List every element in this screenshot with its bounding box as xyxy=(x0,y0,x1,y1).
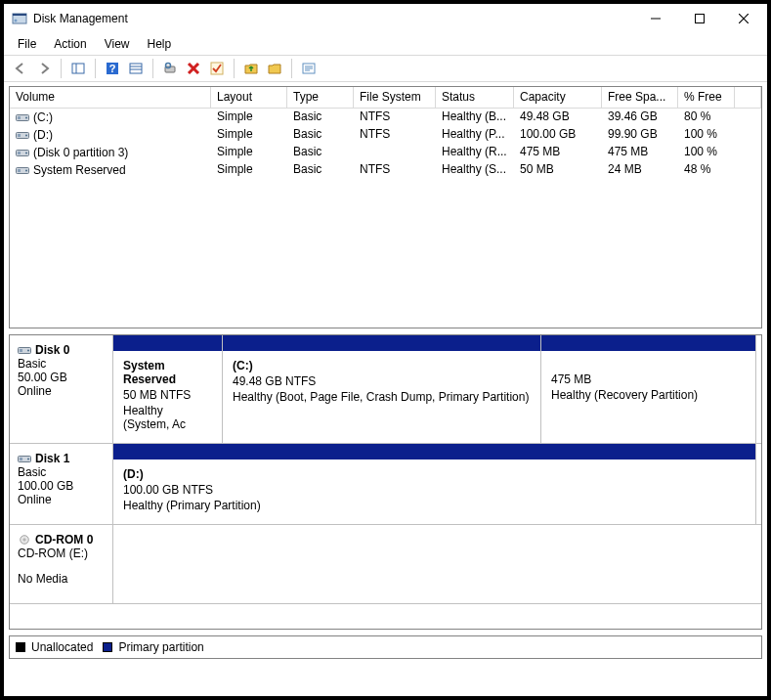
partition-strip xyxy=(223,335,541,351)
disk-size: 100.00 GB xyxy=(18,479,105,493)
partition-box[interactable]: System Reserved50 MB NTFSHealthy (System… xyxy=(113,351,223,443)
partition-health: Healthy (Primary Partition) xyxy=(123,499,746,512)
toolbar-separator xyxy=(95,59,96,78)
partition-info: 50 MB NTFS xyxy=(123,388,212,402)
svg-rect-7 xyxy=(72,64,84,73)
help-button[interactable]: ? xyxy=(102,58,123,79)
disk-type: Basic xyxy=(18,465,105,479)
column-blank[interactable] xyxy=(735,87,761,109)
volume-layout: Simple xyxy=(211,144,287,161)
volume-layout: Simple xyxy=(211,126,287,144)
volume-free: 475 MB xyxy=(602,144,678,161)
partition-strip xyxy=(541,335,756,351)
column-type[interactable]: Type xyxy=(287,87,354,109)
toolbar-separator xyxy=(152,59,153,78)
disk-status: Online xyxy=(18,493,105,506)
refresh-button[interactable] xyxy=(159,58,181,79)
app-icon xyxy=(12,11,27,26)
svg-point-40 xyxy=(27,459,29,460)
column-capacity[interactable]: Capacity xyxy=(514,87,602,109)
disk-info[interactable]: Disk 1Basic100.00 GBOnline xyxy=(10,444,113,524)
volume-type: Basic xyxy=(287,144,354,161)
window-root: Disk Management File Action View Help ? xyxy=(3,3,768,697)
properties-button[interactable] xyxy=(298,58,320,79)
legend-label-unallocated: Unallocated xyxy=(31,640,93,654)
toolbar: ? xyxy=(4,55,767,82)
disk-row: Disk 1Basic100.00 GBOnline(D:)100.00 GB … xyxy=(10,444,761,525)
partition-box[interactable]: (C:)49.48 GB NTFSHealthy (Boot, Page Fil… xyxy=(223,351,541,443)
svg-point-2 xyxy=(15,20,18,22)
volume-layout: Simple xyxy=(211,109,287,126)
svg-rect-11 xyxy=(130,64,142,73)
legend-swatch-unallocated xyxy=(16,642,25,652)
volume-name: System Reserved xyxy=(10,161,211,179)
volume-name: (Disk 0 partition 3) xyxy=(10,144,211,161)
show-hide-tree-button[interactable] xyxy=(67,58,89,79)
volume-free: 39.46 GB xyxy=(602,109,678,126)
svg-rect-39 xyxy=(20,458,22,460)
volume-list-header: Volume Layout Type File System Status Ca… xyxy=(10,87,761,109)
partition-label: System Reserved xyxy=(123,359,212,386)
column-volume[interactable]: Volume xyxy=(10,87,211,109)
partition-info: 49.48 GB NTFS xyxy=(233,374,531,388)
svg-point-31 xyxy=(25,153,27,154)
volume-type: Basic xyxy=(287,161,354,179)
close-button[interactable] xyxy=(721,5,765,32)
volume-row[interactable]: (Disk 0 partition 3)SimpleBasicHealthy (… xyxy=(10,144,761,161)
volume-pctfree: 80 % xyxy=(678,109,735,126)
legend-swatch-primary xyxy=(103,642,112,652)
partition-info: 475 MB xyxy=(551,372,746,386)
minimize-button[interactable] xyxy=(633,5,677,32)
volume-list: Volume Layout Type File System Status Ca… xyxy=(9,86,762,328)
folder-up-button[interactable] xyxy=(240,58,262,79)
menu-view[interactable]: View xyxy=(97,35,138,53)
partition-label: (D:) xyxy=(123,467,746,481)
menubar: File Action View Help xyxy=(4,33,767,55)
volume-status: Healthy (S... xyxy=(436,161,514,179)
disk-type: CD-ROM (E:) xyxy=(18,547,105,560)
maximize-button[interactable] xyxy=(677,5,721,32)
menu-file[interactable]: File xyxy=(10,35,44,53)
volume-row[interactable]: System ReservedSimpleBasicNTFSHealthy (S… xyxy=(10,161,761,179)
disk-info[interactable]: Disk 0Basic50.00 GBOnline xyxy=(10,335,113,443)
folder-button[interactable] xyxy=(264,58,285,79)
titlebar[interactable]: Disk Management xyxy=(4,4,767,33)
column-free[interactable]: Free Spa... xyxy=(602,87,678,109)
disk-name: Disk 1 xyxy=(18,452,105,465)
disk-name: CD-ROM 0 xyxy=(18,533,105,547)
column-filesystem[interactable]: File System xyxy=(354,87,436,109)
window-buttons xyxy=(633,5,765,32)
volume-capacity: 100.00 GB xyxy=(514,126,602,144)
partition-box[interactable]: 475 MBHealthy (Recovery Partition) xyxy=(541,351,756,443)
back-button[interactable] xyxy=(10,58,31,79)
column-layout[interactable]: Layout xyxy=(211,87,287,109)
delete-button[interactable] xyxy=(183,58,204,79)
column-pctfree[interactable]: % Free xyxy=(678,87,735,109)
volume-free: 99.90 GB xyxy=(602,126,678,144)
svg-rect-36 xyxy=(20,349,22,352)
volume-fs: NTFS xyxy=(354,109,436,126)
svg-rect-27 xyxy=(18,134,21,137)
partition-box[interactable]: (D:)100.00 GB NTFSHealthy (Primary Parti… xyxy=(113,459,756,524)
volume-layout: Simple xyxy=(211,161,287,179)
disk-size: 50.00 GB xyxy=(18,371,105,384)
svg-rect-33 xyxy=(18,169,21,172)
volume-capacity: 475 MB xyxy=(514,144,602,161)
list-button[interactable] xyxy=(125,58,147,79)
disk-partitions: System Reserved50 MB NTFSHealthy (System… xyxy=(113,335,761,443)
volume-name: (D:) xyxy=(10,126,211,144)
column-status[interactable]: Status xyxy=(436,87,514,109)
volume-row[interactable]: (D:)SimpleBasicNTFSHealthy (P...100.00 G… xyxy=(10,126,761,144)
disk-partitions: (D:)100.00 GB NTFSHealthy (Primary Parti… xyxy=(113,444,761,524)
menu-help[interactable]: Help xyxy=(140,35,180,53)
check-button[interactable] xyxy=(206,58,228,79)
volume-row[interactable]: (C:)SimpleBasicNTFSHealthy (B...49.48 GB… xyxy=(10,109,761,126)
svg-point-25 xyxy=(25,117,27,119)
menu-action[interactable]: Action xyxy=(46,35,94,53)
svg-point-15 xyxy=(166,64,171,68)
svg-point-28 xyxy=(25,135,27,137)
disk-info[interactable]: CD-ROM 0CD-ROM (E:)No Media xyxy=(10,525,113,603)
forward-button[interactable] xyxy=(33,58,55,79)
disk-partitions xyxy=(113,525,761,603)
volume-status: Healthy (B... xyxy=(436,109,514,126)
